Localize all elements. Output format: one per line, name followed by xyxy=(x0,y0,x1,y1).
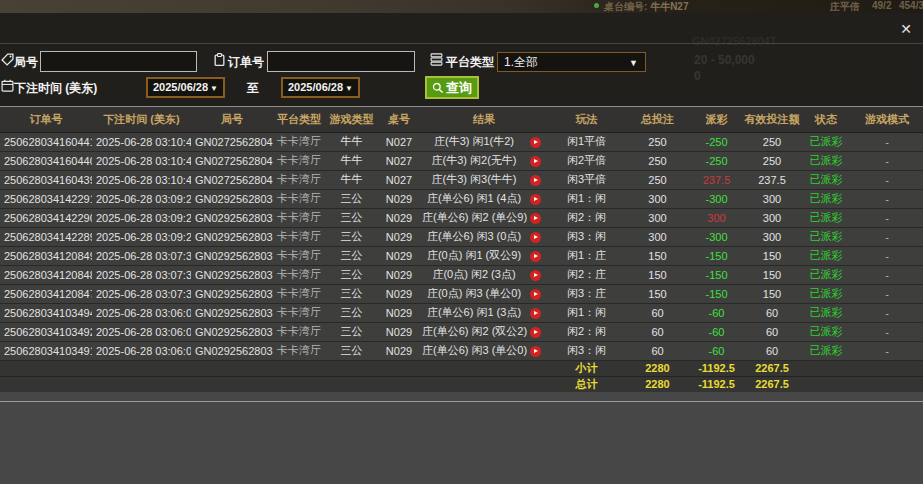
cell-result: 庄(0点) 闲2 (3点) xyxy=(420,265,548,284)
summary-empty-cell xyxy=(0,376,92,392)
table-row: 2506280341604412025-06-28 03:10:48GN0272… xyxy=(0,132,923,151)
round-number-input[interactable] xyxy=(40,51,197,72)
cell-round: GN0292562803S xyxy=(191,303,273,322)
table-row: 2506280341208482025-06-28 03:07:32GN0292… xyxy=(0,265,923,284)
cell-result: 庄(单公6) 闲1 (4点) xyxy=(420,189,548,208)
round-number-label: 局号 xyxy=(14,54,38,71)
titlebar-divider xyxy=(0,43,923,44)
cell-mode: - xyxy=(851,303,923,322)
cell-table_no: N029 xyxy=(378,208,420,227)
cell-payout: -60 xyxy=(690,322,743,341)
cell-bet: 150 xyxy=(625,265,690,284)
cell-time: 2025-06-28 03:07:32 xyxy=(92,265,191,284)
table-row: 2506280341604402025-06-28 03:10:48GN0272… xyxy=(0,151,923,170)
date-from-value: 2025/06/28 xyxy=(153,81,208,93)
summary-empty-cell xyxy=(92,376,191,392)
cell-bet: 250 xyxy=(625,151,690,170)
play-video-icon[interactable] xyxy=(530,327,541,338)
cell-bet: 300 xyxy=(625,227,690,246)
cell-result: 庄(牛3) 闲1(牛2) xyxy=(420,132,548,151)
cell-order: 250628034120847 xyxy=(0,284,92,303)
cell-mode: - xyxy=(851,132,923,151)
play-video-icon[interactable] xyxy=(530,270,541,281)
column-header: 总投注 xyxy=(625,107,690,132)
cell-time: 2025-06-28 03:09:25 xyxy=(92,208,191,227)
summary-empty-cell xyxy=(420,360,548,376)
column-header: 局号 xyxy=(191,107,273,132)
cell-time: 2025-06-28 03:10:48 xyxy=(92,132,191,151)
clipboard-icon xyxy=(213,53,226,66)
cell-valid: 60 xyxy=(743,303,801,322)
cell-table_no: N029 xyxy=(378,189,420,208)
date-from-picker[interactable]: 2025/06/28▼ xyxy=(146,77,225,98)
result-text: 庄(单公6) 闲2 (双公2) xyxy=(422,325,527,337)
date-to-picker[interactable]: 2025/06/28▼ xyxy=(281,77,360,98)
cell-game: 三公 xyxy=(325,265,378,284)
cell-payout: -60 xyxy=(690,341,743,360)
cell-valid: 300 xyxy=(743,189,801,208)
table-row: 2506280341034922025-06-28 03:06:09GN0292… xyxy=(0,322,923,341)
cell-valid: 60 xyxy=(743,322,801,341)
cell-game: 牛牛 xyxy=(325,151,378,170)
play-video-icon[interactable] xyxy=(530,251,541,262)
summary-empty-cell xyxy=(378,360,420,376)
play-video-icon[interactable] xyxy=(530,346,541,357)
play-video-icon[interactable] xyxy=(530,232,541,243)
cell-status: 已派彩 xyxy=(801,265,851,284)
play-video-icon[interactable] xyxy=(530,156,541,167)
play-video-icon[interactable] xyxy=(530,289,541,300)
table-header-row: 订单号下注时间 (美东)局号平台类型游戏类型桌号结果玩法总投注派彩有效投注额状态… xyxy=(0,107,923,132)
cell-round: GN0292562803S xyxy=(191,322,273,341)
cell-payout: -150 xyxy=(690,284,743,303)
platform-type-value: 1.全部 xyxy=(504,55,538,69)
play-video-icon[interactable] xyxy=(530,308,541,319)
cell-table_no: N027 xyxy=(378,151,420,170)
summary-empty-cell xyxy=(273,360,325,376)
column-header: 状态 xyxy=(801,107,851,132)
cell-table_no: N029 xyxy=(378,303,420,322)
cell-play: 闲1平倍 xyxy=(548,132,625,151)
cell-play: 闲3：闲 xyxy=(548,227,625,246)
cell-bet: 300 xyxy=(625,189,690,208)
cell-table_no: N029 xyxy=(378,322,420,341)
stat-value-2: 454/3 xyxy=(899,0,923,11)
table-row: 2506280341208472025-06-28 03:07:32GN0292… xyxy=(0,284,923,303)
cell-table_no: N029 xyxy=(378,284,420,303)
play-video-icon[interactable] xyxy=(530,137,541,148)
bet-type-label: 庄平倍 xyxy=(830,0,860,13)
play-video-icon[interactable] xyxy=(530,194,541,205)
cell-bet: 60 xyxy=(625,322,690,341)
cell-mode: - xyxy=(851,189,923,208)
cell-payout: -60 xyxy=(690,303,743,322)
result-text: 庄(牛3) 闲2(无牛) xyxy=(432,154,517,166)
bet-time-label: 下注时间 (美东) xyxy=(14,80,97,97)
order-number-input[interactable] xyxy=(267,51,415,72)
bottom-panel xyxy=(0,392,923,484)
close-icon[interactable]: ✕ xyxy=(895,19,917,39)
cell-game: 牛牛 xyxy=(325,132,378,151)
cell-game: 三公 xyxy=(325,303,378,322)
platform-type-select[interactable]: 1.全部 ▼ xyxy=(497,52,646,72)
summary-empty-cell xyxy=(191,360,273,376)
summary-empty-cell xyxy=(851,376,923,392)
play-video-icon[interactable] xyxy=(530,175,541,186)
play-video-icon[interactable] xyxy=(530,213,541,224)
date-to-value: 2025/06/28 xyxy=(288,81,343,93)
cell-platform: 卡卡湾厅 xyxy=(273,208,325,227)
summary-valid: 2267.5 xyxy=(743,360,801,376)
query-button[interactable]: 查询 xyxy=(425,76,479,99)
cell-status: 已派彩 xyxy=(801,227,851,246)
cell-round: GN0272562804S xyxy=(191,151,273,170)
cell-valid: 150 xyxy=(743,284,801,303)
online-status-dot xyxy=(594,3,599,8)
cell-bet: 60 xyxy=(625,341,690,360)
cell-bet: 150 xyxy=(625,284,690,303)
cell-status: 已派彩 xyxy=(801,208,851,227)
cell-status: 已派彩 xyxy=(801,341,851,360)
cell-game: 三公 xyxy=(325,341,378,360)
summary-empty-cell xyxy=(191,376,273,392)
cell-result: 庄(单公6) 闲1 (3点) xyxy=(420,303,548,322)
cell-play: 闲3：庄 xyxy=(548,284,625,303)
cell-mode: - xyxy=(851,246,923,265)
cell-game: 三公 xyxy=(325,189,378,208)
